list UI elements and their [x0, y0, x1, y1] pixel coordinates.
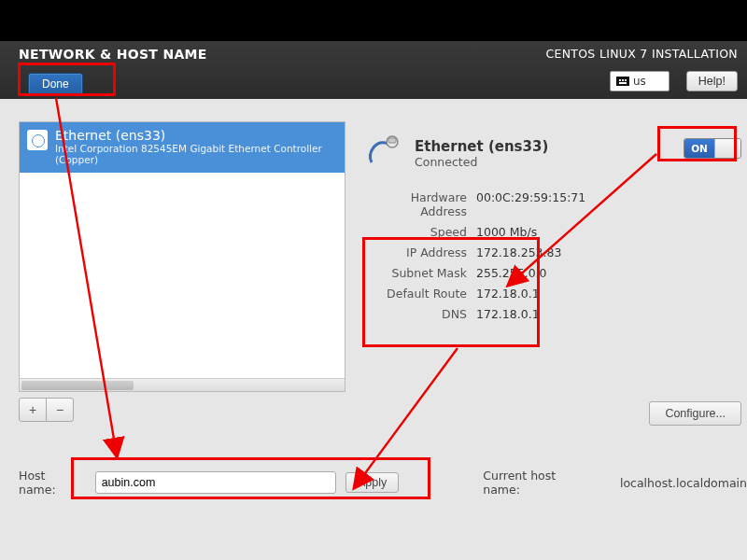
dns-val: 172.18.0.1 — [476, 307, 540, 321]
add-interface-button[interactable]: + — [19, 398, 47, 422]
network-interfaces-panel: Ethernet (ens33) Intel Corporation 82545… — [19, 121, 345, 422]
connection-details: Hardware Address00:0C:29:59:15:71 Speed1… — [364, 190, 747, 321]
hostname-input[interactable] — [95, 471, 336, 494]
connection-status: Connected — [415, 155, 548, 169]
mask-val: 255.255.0.0 — [476, 266, 547, 280]
install-title: CENTOS LINUX 7 INSTALLATION — [545, 47, 738, 61]
dns-key: DNS — [364, 307, 467, 321]
gw-key: Default Route — [364, 287, 467, 301]
keyboard-icon — [616, 77, 629, 86]
apply-button[interactable]: Apply — [345, 472, 399, 493]
hostname-label: Host name: — [19, 469, 86, 497]
main-content: Ethernet (ens33) Intel Corporation 82545… — [19, 121, 747, 422]
ip-key: IP Address — [364, 245, 467, 259]
configure-button[interactable]: Configure... — [649, 401, 741, 426]
keyboard-layout-indicator[interactable]: us — [610, 71, 669, 91]
current-hostname-value: localhost.localdomain — [620, 476, 747, 490]
toggle-knob — [714, 139, 740, 158]
hw-val: 00:0C:29:59:15:71 — [476, 190, 585, 218]
done-button[interactable]: Done — [28, 73, 83, 95]
connection-title: Ethernet (ens33) — [415, 138, 548, 155]
horizontal-scrollbar[interactable] — [20, 378, 345, 391]
connection-details-panel: Ethernet (ens33) Connected ON Hardware A… — [364, 121, 747, 422]
window-top-blackbar — [0, 0, 747, 41]
current-hostname-label: Current host name: — [483, 469, 596, 497]
svg-rect-1 — [388, 138, 396, 143]
gw-val: 172.18.0.1 — [476, 287, 540, 301]
network-item-title: Ethernet (ens33) — [55, 128, 337, 143]
speed-key: Speed — [364, 225, 467, 239]
ethernet-large-icon — [364, 134, 403, 172]
toggle-on-label: ON — [684, 139, 714, 158]
ip-val: 172.18.253.83 — [476, 245, 561, 259]
connection-toggle[interactable]: ON — [684, 138, 741, 159]
ethernet-icon — [27, 130, 48, 150]
network-item-subtitle: Intel Corporation 82545EM Gigabit Ethern… — [55, 143, 337, 165]
speed-val: 1000 Mb/s — [476, 225, 537, 239]
network-interface-list[interactable]: Ethernet (ens33) Intel Corporation 82545… — [19, 121, 345, 392]
header-bar: NETWORK & HOST NAME CENTOS LINUX 7 INSTA… — [0, 41, 747, 99]
network-item-ens33[interactable]: Ethernet (ens33) Intel Corporation 82545… — [20, 122, 345, 173]
remove-interface-button[interactable]: − — [46, 398, 74, 422]
help-button[interactable]: Help! — [686, 71, 738, 91]
mask-key: Subnet Mask — [364, 266, 467, 280]
hostname-row: Host name: Apply Current host name: loca… — [19, 469, 747, 497]
hw-key: Hardware Address — [364, 190, 467, 218]
keyboard-layout-text: us — [633, 75, 646, 88]
